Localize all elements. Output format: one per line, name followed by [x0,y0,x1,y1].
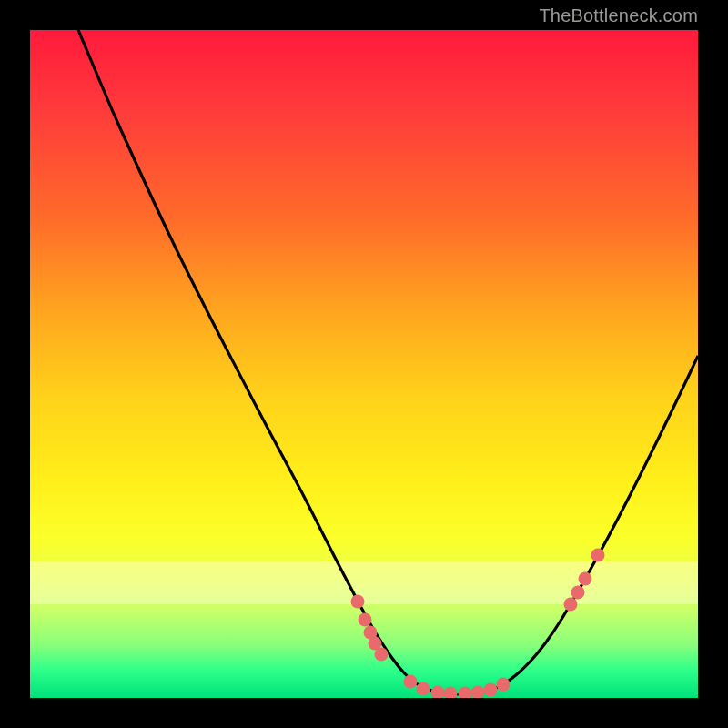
data-point [459,687,472,699]
data-point [564,598,578,612]
data-points [351,549,605,699]
curve-layer [30,30,698,698]
data-point [471,686,485,699]
data-point [484,683,498,697]
watermark-text: TheBottleneck.com [539,5,698,26]
data-point [404,675,418,689]
data-point [359,613,372,627]
chart-frame: TheBottleneck.com [0,0,728,728]
data-point [571,586,585,600]
plot-area [30,30,698,698]
data-point [351,595,365,609]
data-point [444,687,458,699]
data-point [375,648,389,662]
data-point [497,678,511,692]
data-point [592,549,605,562]
data-point [417,682,430,696]
bottleneck-curve [78,30,698,694]
data-point [579,572,592,586]
data-point [431,686,445,699]
